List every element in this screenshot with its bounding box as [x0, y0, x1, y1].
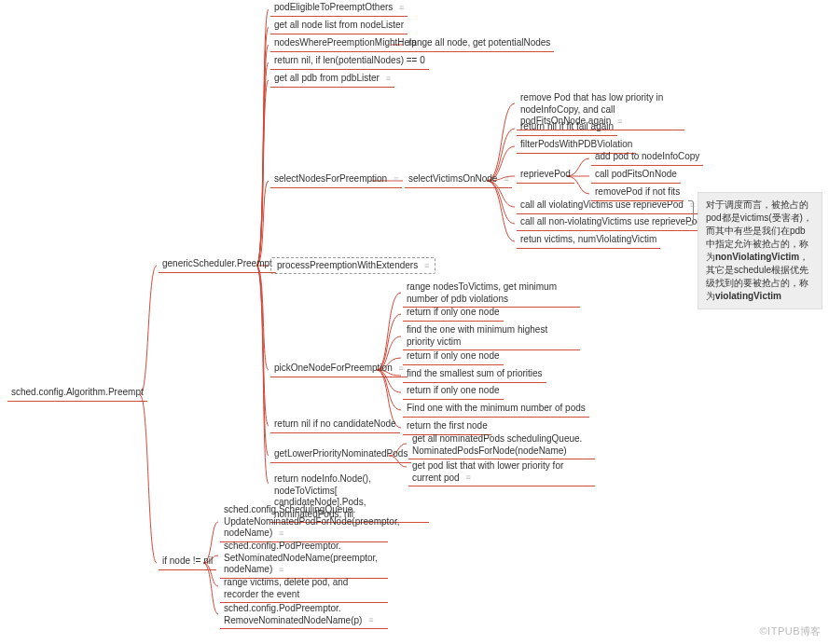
node-get-pod-list[interactable]: get pod list that with lower priority fo… [408, 459, 595, 486]
node-label: get pod list that with lower priority fo… [412, 460, 563, 483]
node-label: selectNodesForPreemption [274, 173, 387, 184]
node-get-pdb[interactable]: get all pdb from pdbLister ≡ [270, 72, 394, 88]
node-generic-scheduler-preempt[interactable]: genericScheduler.Preempt [159, 257, 276, 273]
notes-icon: ≡ [617, 116, 622, 127]
notes-icon: ≡ [368, 615, 373, 625]
node-label: Find one with the minimum number of pods [407, 403, 586, 413]
node-range-victims[interactable]: range victims, delete pod, and recorder … [220, 576, 388, 603]
node-if-node-not-nil[interactable]: if node != nil [159, 555, 216, 570]
watermark: ©ITPUB博客 [760, 624, 822, 638]
node-range-all-node[interactable]: range all node, get potentialNodes [405, 36, 554, 52]
node-return-nil-len[interactable]: return nil, if len(potentialNodes) == 0 [270, 54, 429, 70]
node-label: call podFitsOnNode [595, 169, 677, 179]
node-label: return if only one node [407, 385, 500, 395]
node-select-victims[interactable]: selectVictimsOnNode ≡ [405, 172, 512, 188]
annotation-bracket [688, 200, 694, 226]
node-label: nodesWherePreemptionMightHelp [274, 37, 417, 48]
node-label: genericScheduler.Preempt [162, 258, 272, 268]
node-label: return nil, if len(potentialNodes) == 0 [274, 55, 425, 65]
node-label: getLowerPriorityNominatedPods [274, 448, 408, 459]
node-return-victims[interactable]: retun victims, numViolatingVictim [517, 233, 660, 249]
root-node[interactable]: sched.config.Algorithm.Preempt [7, 386, 147, 402]
node-remove-if-not[interactable]: removePod if not fits [591, 185, 684, 201]
notes-icon: ≡ [465, 473, 470, 483]
node-return-nil-fail[interactable]: return nil if fit fail again [517, 120, 617, 136]
node-label: add pod to nodeInfoCopy [595, 151, 699, 161]
node-label: podEligibleToPreemptOthers [274, 2, 393, 12]
node-process-preemption-extenders[interactable]: processPreemptionWithExtenders ≡ [270, 257, 435, 274]
node-label: get all nominatedPods schedulingQueue. N… [412, 433, 582, 456]
notes-icon: ≡ [386, 74, 391, 84]
node-label: call all non-violatingVictims use reprie… [520, 216, 702, 226]
node-label: return nil if fit fail again [520, 121, 614, 131]
node-label: processPreemptionWithExtenders [277, 260, 418, 270]
node-remove-nominated[interactable]: sched.config.PodPreemptor. RemoveNominat… [220, 602, 388, 629]
node-select-nodes[interactable]: selectNodesForPreemption ≡ [270, 172, 402, 188]
node-label: sched.config.PodPreemptor. RemoveNominat… [224, 603, 362, 625]
notes-icon: ≡ [279, 528, 283, 539]
node-get-nominated[interactable]: get all nominatedPods schedulingQueue. N… [408, 432, 595, 459]
node-label: if node != nil [162, 555, 213, 566]
notes-icon: ≡ [424, 261, 429, 270]
node-call-non-violating[interactable]: call all non-violatingVictims use reprie… [517, 215, 706, 231]
notes-icon: ≡ [399, 3, 404, 13]
node-find-small-sum[interactable]: find the smallest sum of priorities [403, 367, 546, 383]
node-return-nil-candidate[interactable]: return nil if no candidateNode [270, 418, 400, 433]
node-label: removePod if not fits [595, 186, 680, 197]
node-set-nominated[interactable]: sched.config.PodPreemptor. SetNominatedN… [220, 540, 388, 579]
node-label: range nodesToVictims, get minimum number… [407, 281, 557, 304]
node-label: find the one with minimum highest priori… [407, 324, 547, 347]
node-label: sched.config.SchedulingQueue. UpdateNomi… [224, 504, 399, 538]
node-pick-one[interactable]: pickOneNodeForPreemption ≡ [270, 362, 408, 377]
node-nodes-where[interactable]: nodesWherePreemptionMightHelp [270, 36, 421, 52]
node-get-lower[interactable]: getLowerPriorityNominatedPods [270, 447, 411, 463]
notes-icon: ≡ [504, 174, 508, 185]
node-add-pod[interactable]: add pod to nodeInfoCopy [591, 150, 703, 166]
node-label: retun victims, numViolatingVictim [520, 234, 656, 244]
node-label: pickOneNodeForPreemption [274, 363, 393, 373]
node-call-fits[interactable]: call podFitsOnNode [591, 168, 681, 184]
annotation-nonviolating: nonViolatingVictim [715, 252, 799, 262]
node-label: return if only one node [407, 350, 500, 361]
mindmap-connectors [0, 0, 829, 644]
node-label: call all violatingVictims use reprievePo… [520, 199, 684, 210]
node-update-nominated[interactable]: sched.config.SchedulingQueue. UpdateNomi… [220, 503, 388, 542]
node-return-only-one-1[interactable]: return if only one node [403, 306, 504, 322]
node-pod-eligible[interactable]: podEligibleToPreemptOthers ≡ [270, 1, 408, 17]
node-return-only-one-3[interactable]: return if only one node [403, 384, 504, 400]
node-label: range all node, get potentialNodes [408, 37, 550, 48]
node-label: return the first node [407, 420, 488, 431]
annotation-box: 对于调度而言，被抢占的pod都是victims(受害者)，而其中有些是我们在pd… [698, 192, 822, 309]
node-label: sched.config.PodPreemptor. SetNominatedN… [224, 541, 378, 574]
node-get-node-list[interactable]: get all node list from nodeLister [270, 19, 408, 34]
node-return-only-one-2[interactable]: return if only one node [403, 349, 504, 365]
node-label: get all pdb from pdbLister [274, 73, 380, 83]
node-label: selectVictimsOnNode [408, 173, 497, 184]
node-label: return nil if no candidateNode [274, 418, 396, 429]
node-find-min-pods[interactable]: Find one with the minimum number of pods [403, 402, 589, 418]
node-label: get all node list from nodeLister [274, 20, 404, 30]
notes-icon: ≡ [394, 174, 398, 185]
annotation-violating: violatingVictim [715, 291, 781, 301]
node-label: reprievePod [520, 169, 571, 179]
node-range-nodes-victims[interactable]: range nodesToVictims, get minimum number… [403, 281, 580, 308]
node-label: return if only one node [407, 307, 500, 317]
node-find-min-high[interactable]: find the one with minimum highest priori… [403, 323, 580, 350]
node-label: filterPodsWithPDBViolation [520, 139, 632, 149]
notes-icon: ≡ [279, 565, 283, 575]
node-reprieve-pod[interactable]: reprievePod [517, 168, 574, 184]
node-label: find the smallest sum of priorities [407, 368, 543, 378]
node-label: range victims, delete pod, and recorder … [224, 577, 348, 599]
